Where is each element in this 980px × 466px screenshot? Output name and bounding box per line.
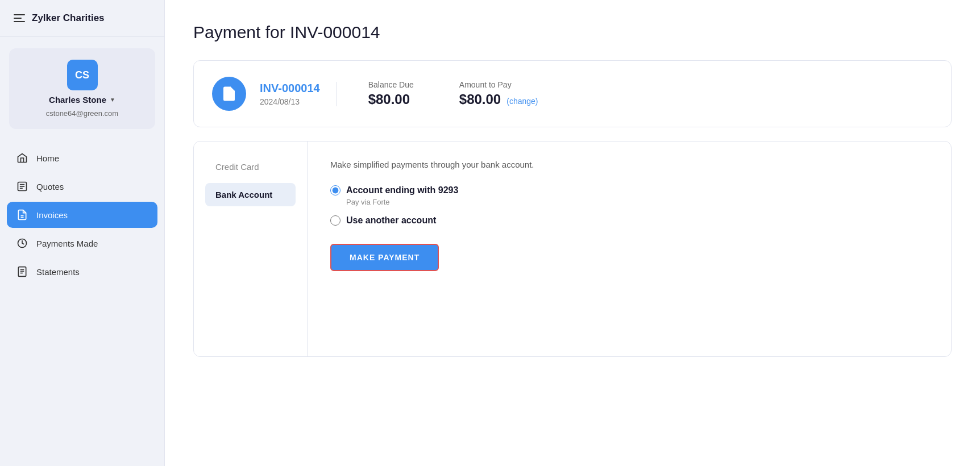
page-title: Payment for INV-000014 xyxy=(193,23,952,42)
balance-due-label: Balance Due xyxy=(368,80,414,89)
amount-to-pay-label: Amount to Pay xyxy=(459,80,538,89)
app-name: Zylker Charities xyxy=(32,13,105,24)
sidebar-item-payments-made[interactable]: Payments Made xyxy=(7,230,157,256)
payment-option-9293-sublabel: Pay via Forte xyxy=(346,198,928,206)
payment-option-9293-label-row[interactable]: Account ending with 9293 xyxy=(330,185,928,195)
invoice-summary-card: INV-000014 2024/08/13 Balance Due $80.00… xyxy=(193,60,952,127)
user-name: Charles Stone xyxy=(49,95,106,105)
menu-toggle-icon[interactable] xyxy=(14,14,25,22)
invoice-id: INV-000014 xyxy=(260,82,320,95)
sidebar-item-home-label: Home xyxy=(36,153,59,163)
chevron-down-icon[interactable]: ▼ xyxy=(110,97,115,103)
nav-menu: Home Quotes Invo xyxy=(0,140,164,289)
user-name-row: Charles Stone ▼ xyxy=(49,95,115,105)
payment-option-9293-radio[interactable] xyxy=(330,185,340,195)
home-icon xyxy=(16,152,28,164)
invoice-date: 2024/08/13 xyxy=(260,97,320,106)
tab-credit-card[interactable]: Credit Card xyxy=(205,155,296,178)
payment-option-another-label-row[interactable]: Use another account xyxy=(330,215,928,226)
payment-option-another-radio[interactable] xyxy=(330,215,340,226)
payment-option-another: Use another account xyxy=(330,215,928,226)
make-payment-button[interactable]: MAKE PAYMENT xyxy=(330,244,439,271)
amount-to-pay-value: $80.00 xyxy=(459,91,501,107)
payment-tabs: Credit Card Bank Account xyxy=(194,142,308,356)
sidebar: Zylker Charities CS Charles Stone ▼ csto… xyxy=(0,0,165,466)
invoice-id-block: INV-000014 2024/08/13 xyxy=(260,82,337,106)
invoices-icon xyxy=(16,209,28,221)
sidebar-item-payments-label: Payments Made xyxy=(36,239,98,248)
invoice-doc-icon xyxy=(221,85,238,102)
payment-option-another-text: Use another account xyxy=(346,215,436,226)
sidebar-header: Zylker Charities xyxy=(0,0,164,37)
main-content: Payment for INV-000014 INV-000014 2024/0… xyxy=(165,0,980,466)
sidebar-item-quotes[interactable]: Quotes xyxy=(7,173,157,199)
sidebar-item-statements[interactable]: Statements xyxy=(7,259,157,285)
user-email: cstone64@green.com xyxy=(46,109,118,118)
tab-bank-account[interactable]: Bank Account xyxy=(205,183,296,206)
payments-icon xyxy=(16,237,28,249)
payment-description: Make simplified payments through your ba… xyxy=(330,160,928,169)
user-card: CS Charles Stone ▼ cstone64@green.com xyxy=(9,48,155,129)
payment-options-group: Account ending with 9293 Pay via Forte U… xyxy=(330,185,928,226)
avatar: CS xyxy=(67,60,98,90)
quotes-icon xyxy=(16,180,28,193)
sidebar-item-home[interactable]: Home xyxy=(7,145,157,171)
balance-due-value: $80.00 xyxy=(368,91,414,107)
payment-card: Credit Card Bank Account Make simplified… xyxy=(193,141,952,357)
sidebar-item-invoices[interactable]: Invoices xyxy=(7,202,157,228)
change-amount-link[interactable]: (change) xyxy=(506,97,538,106)
sidebar-item-invoices-label: Invoices xyxy=(36,210,68,220)
payment-option-9293-text: Account ending with 9293 xyxy=(346,185,458,195)
sidebar-item-statements-label: Statements xyxy=(36,267,80,277)
sidebar-item-quotes-label: Quotes xyxy=(36,182,64,192)
payment-content: Make simplified payments through your ba… xyxy=(308,142,951,356)
payment-option-9293: Account ending with 9293 Pay via Forte xyxy=(330,185,928,206)
balance-due-block: Balance Due $80.00 xyxy=(352,80,430,107)
amount-pay-row: $80.00 (change) xyxy=(459,91,538,107)
statements-icon xyxy=(16,265,28,278)
invoice-icon-circle xyxy=(212,77,246,111)
amount-to-pay-block: Amount to Pay $80.00 (change) xyxy=(443,80,538,107)
